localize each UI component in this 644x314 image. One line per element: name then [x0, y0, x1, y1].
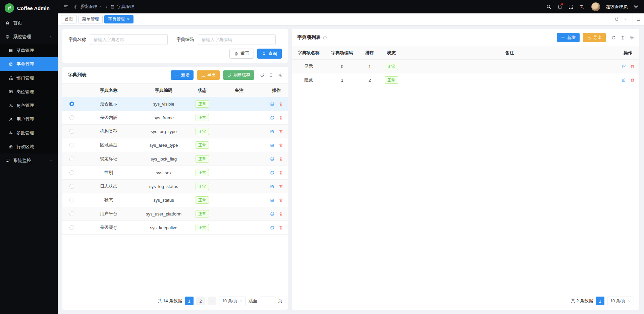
maximize-view-icon[interactable]	[633, 13, 644, 25]
delete-icon[interactable]	[279, 226, 283, 230]
reset-button[interactable]: 重置	[229, 49, 254, 59]
user-avatar[interactable]	[591, 2, 600, 11]
sidebar-item-user-mgmt[interactable]: 用户管理	[0, 112, 58, 126]
table-row[interactable]: 是否内嵌 sys_frame 正常	[62, 111, 288, 125]
delete-icon[interactable]	[630, 64, 635, 69]
edit-icon[interactable]	[270, 129, 274, 134]
tab-home[interactable]: 首页	[61, 15, 77, 23]
column-settings-icon[interactable]	[278, 73, 282, 77]
row-select-radio[interactable]	[69, 129, 74, 134]
sidebar-item-home[interactable]: 首页	[0, 16, 58, 30]
table-row[interactable]: 是否缓存 sys_keepalive 正常	[62, 221, 288, 235]
table-row[interactable]: 锁定标记 sys_lock_flag 正常	[62, 152, 288, 166]
sidebar-item-dict-mgmt[interactable]: 字典管理	[0, 57, 58, 71]
table-row[interactable]: 隐藏 1 2 正常	[292, 73, 639, 87]
tab-options-chevron-icon[interactable]	[624, 17, 627, 21]
query-button[interactable]: 查询	[257, 49, 282, 59]
delete-icon[interactable]	[630, 78, 635, 82]
table-row[interactable]: 是否显示 sys_visible 正常	[62, 97, 288, 111]
table-row[interactable]: 性别 sys_sex 正常	[62, 166, 288, 180]
delete-icon[interactable]	[279, 184, 283, 189]
search-icon[interactable]	[546, 4, 551, 9]
info-icon[interactable]	[323, 36, 327, 40]
page-size-select[interactable]: 10 条/页	[219, 297, 246, 305]
tab-dict-mgmt[interactable]: 字典管理 ✕	[104, 15, 133, 23]
row-select-radio[interactable]	[69, 115, 74, 120]
sidebar-item-menu-mgmt[interactable]: 菜单管理	[0, 44, 58, 57]
tab-menu-mgmt[interactable]: 菜单管理	[78, 15, 103, 23]
column-settings-icon[interactable]	[630, 36, 634, 40]
add-item-button[interactable]: 新增	[557, 33, 580, 42]
edit-icon[interactable]	[270, 102, 274, 106]
page-1-button[interactable]: 1	[596, 297, 604, 305]
delete-icon[interactable]	[279, 143, 283, 147]
sidebar-item-role-mgmt[interactable]: 角色管理	[0, 99, 58, 112]
delete-icon[interactable]	[279, 212, 283, 216]
edit-icon[interactable]	[622, 64, 626, 69]
fullscreen-icon[interactable]	[568, 4, 574, 9]
sidebar-item-admin-region[interactable]: 行政区域	[0, 140, 58, 153]
refresh-table-icon[interactable]	[260, 73, 264, 77]
edit-icon[interactable]	[270, 226, 274, 230]
refresh-cache-button[interactable]: 刷新缓存	[223, 70, 254, 80]
row-select-radio[interactable]	[69, 225, 74, 230]
edit-icon[interactable]	[270, 143, 274, 147]
translate-icon[interactable]	[579, 4, 586, 10]
tab-tools	[614, 17, 631, 21]
sidebar-item-dept-mgmt[interactable]: 部门管理	[0, 71, 58, 85]
edit-icon[interactable]	[270, 116, 274, 120]
delete-icon[interactable]	[279, 129, 283, 134]
row-select-radio[interactable]	[69, 102, 74, 106]
collapse-sidebar-icon[interactable]	[63, 4, 68, 9]
delete-icon[interactable]	[279, 116, 283, 120]
edit-icon[interactable]	[270, 171, 274, 175]
dict-code-input[interactable]	[198, 34, 276, 45]
delete-icon[interactable]	[279, 171, 283, 175]
edit-icon[interactable]	[270, 157, 274, 161]
edit-icon[interactable]	[622, 78, 626, 82]
page-1-button[interactable]: 1	[185, 297, 194, 305]
page-2-button[interactable]: 2	[196, 297, 205, 305]
sidebar-item-post-mgmt[interactable]: 岗位管理	[0, 85, 58, 99]
density-icon[interactable]	[621, 36, 625, 40]
table-row[interactable]: 状态 sys_status 正常	[62, 193, 288, 207]
row-select-radio[interactable]	[69, 211, 74, 216]
table-row[interactable]: 显示 0 1 正常	[292, 60, 639, 73]
sidebar-item-label: 系统监控	[13, 158, 31, 164]
refresh-tab-icon[interactable]	[614, 17, 619, 21]
notification-bell-icon[interactable]	[557, 4, 562, 9]
add-button[interactable]: 新增	[171, 70, 194, 80]
row-select-radio[interactable]	[69, 143, 74, 147]
edit-icon[interactable]	[270, 198, 274, 202]
table-row[interactable]: 用户平台 sys_user_platform 正常	[62, 207, 288, 221]
sidebar-item-system-monitor[interactable]: 系统监控	[0, 153, 58, 167]
edit-icon[interactable]	[270, 184, 274, 189]
row-select-radio[interactable]	[69, 156, 74, 161]
sidebar-item-param-mgmt[interactable]: 参数管理	[0, 126, 58, 140]
delete-icon[interactable]	[279, 157, 283, 161]
delete-icon[interactable]	[279, 198, 283, 202]
status-badge: 正常	[385, 76, 398, 84]
refresh-table-icon[interactable]	[611, 36, 616, 40]
plus-icon	[561, 36, 565, 40]
settings-gear-icon[interactable]	[633, 4, 639, 9]
row-select-radio[interactable]	[69, 198, 74, 202]
table-row[interactable]: 日志状态 sys_log_status 正常	[62, 180, 288, 193]
density-icon[interactable]	[269, 73, 273, 77]
table-row[interactable]: 区域类型 sys_area_type 正常	[62, 138, 288, 152]
dict-name-input[interactable]	[90, 34, 168, 45]
username-label[interactable]: 超级管理员	[606, 4, 628, 10]
row-select-radio[interactable]	[69, 170, 74, 175]
page-size-select[interactable]: 10 条/页	[607, 297, 634, 305]
row-select-radio[interactable]	[69, 184, 74, 189]
tab-close-icon[interactable]: ✕	[127, 17, 130, 21]
table-row[interactable]: 机构类型 sys_org_type 正常	[62, 125, 288, 138]
export-button[interactable]: 导出	[197, 70, 220, 80]
delete-icon[interactable]	[279, 102, 283, 106]
sidebar-item-system-mgmt[interactable]: 系统管理	[0, 30, 58, 44]
jump-page-input[interactable]	[260, 297, 275, 305]
export-items-button[interactable]: 导出	[583, 33, 606, 42]
breadcrumb-level1[interactable]: 系统管理	[80, 4, 97, 10]
edit-icon[interactable]	[270, 212, 274, 216]
next-page-button[interactable]	[208, 297, 216, 305]
